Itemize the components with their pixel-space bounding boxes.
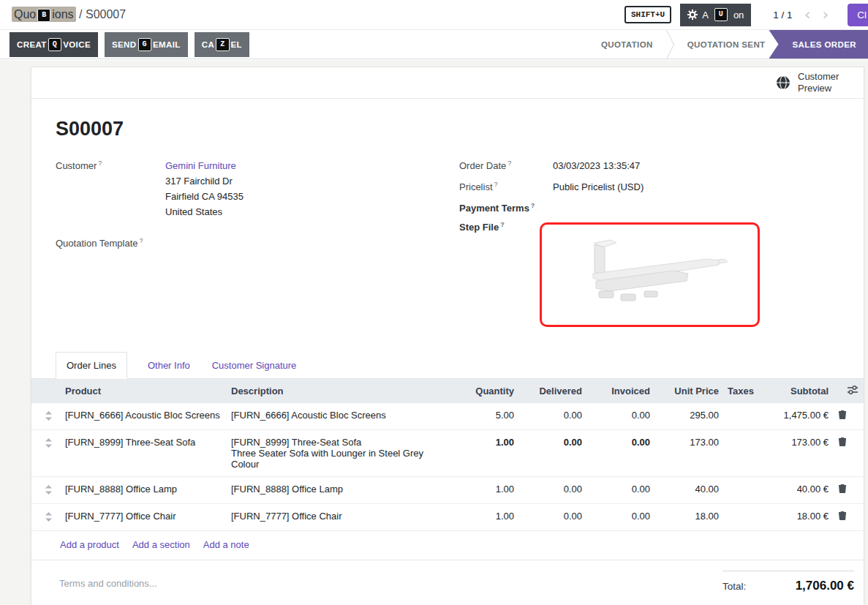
row-drag-handle[interactable] xyxy=(31,504,65,531)
payment-terms-label: Payment Terms? xyxy=(459,200,553,214)
optional-columns-button[interactable] xyxy=(833,379,864,403)
cell-invoiced[interactable]: 0.00 xyxy=(586,504,654,531)
cell-unit-price[interactable]: 295.00 xyxy=(654,403,723,430)
delete-row-button[interactable] xyxy=(833,403,852,430)
customer-address-line-3: United States xyxy=(165,204,244,219)
column-header-product: Product xyxy=(65,379,231,403)
stage-quotation-sent[interactable]: QUOTATION SENT xyxy=(674,30,779,59)
cell-unit-price[interactable]: 173.00 xyxy=(654,430,723,477)
delete-row-button[interactable] xyxy=(833,504,852,531)
cell-taxes[interactable] xyxy=(723,403,760,430)
row-drag-handle[interactable] xyxy=(31,477,65,504)
terms-and-conditions-input[interactable]: Terms and conditions... xyxy=(59,571,157,589)
cell-description[interactable]: [FURN_7777] Office Chair xyxy=(231,504,449,531)
spacer-cell xyxy=(852,430,864,477)
cancel-button[interactable]: CAZEL xyxy=(195,32,249,57)
stage-quotation[interactable]: QUOTATION xyxy=(588,30,666,59)
send-email-label-post: EMAIL xyxy=(153,40,181,49)
customer-help-icon: ? xyxy=(98,159,102,167)
cell-product[interactable]: [FURN_8999] Three-Seat Sofa xyxy=(65,430,231,477)
add-section-link[interactable]: Add a section xyxy=(132,539,190,550)
cell-delivered[interactable]: 0.00 xyxy=(518,504,586,531)
customer-link[interactable]: Gemini Furniture xyxy=(165,160,236,171)
step-file-image[interactable] xyxy=(540,222,760,327)
action-hotkey-badge: U xyxy=(714,8,728,21)
row-drag-handle[interactable] xyxy=(31,430,65,477)
cell-quantity[interactable]: 1.00 xyxy=(449,430,518,477)
field-grid: Customer? Gemini Furniture 317 Fairchild… xyxy=(56,158,839,333)
add-product-link[interactable]: Add a product xyxy=(60,539,119,550)
cell-quantity[interactable]: 1.00 xyxy=(449,477,518,504)
cell-subtotal: 40.00 € xyxy=(760,477,833,504)
create-invoice-label-post: VOICE xyxy=(63,40,91,49)
create-invoice-button[interactable]: CREATQVOICE xyxy=(10,32,98,57)
cell-description[interactable]: [FURN_8999] Three-Seat Sofa Three Seater… xyxy=(231,430,449,477)
delete-row-button[interactable] xyxy=(833,477,852,504)
send-email-label-pre: SEND xyxy=(112,40,137,49)
cell-invoiced[interactable]: 0.00 xyxy=(586,477,654,504)
row-drag-handle[interactable] xyxy=(31,403,65,430)
action-menu-button[interactable]: AUon xyxy=(680,4,751,26)
cell-taxes[interactable] xyxy=(723,430,760,477)
customer-preview-button[interactable]: Customer Preview xyxy=(776,71,845,95)
order-date-value[interactable]: 03/03/2023 13:35:47 xyxy=(553,158,640,173)
quotation-template-help-icon: ? xyxy=(140,237,143,244)
stage-divider-icon xyxy=(666,30,674,59)
cell-product[interactable]: [FURN_8888] Office Lamp xyxy=(65,477,231,504)
payment-terms-help-icon: ? xyxy=(531,202,535,209)
stage-sales-order[interactable]: SALES ORDER xyxy=(769,30,868,59)
odoo-sales-order-window: QuoBions / S00007 SHIFT+U AUon 1 / 1 ‹ ›… xyxy=(0,0,868,605)
cell-invoiced[interactable]: 0.00 xyxy=(586,430,654,477)
customer-value: Gemini Furniture 317 Fairchild Dr Fairfi… xyxy=(165,158,244,219)
spacer-cell xyxy=(852,504,864,531)
column-header-unit-price: Unit Price xyxy=(654,379,723,403)
cell-taxes[interactable] xyxy=(723,504,760,531)
breadcrumb-hotkey-badge: B xyxy=(37,9,50,22)
cell-product[interactable]: [FURN_7777] Office Chair xyxy=(65,504,231,531)
tab-order-lines[interactable]: Order Lines xyxy=(56,352,127,379)
cell-subtotal: 173.00 € xyxy=(760,430,833,477)
breadcrumb-quotations-post: ions xyxy=(52,8,73,20)
cell-quantity[interactable]: 5.00 xyxy=(449,403,518,430)
cancel-label-pre: CA xyxy=(202,40,214,49)
pricelist-value[interactable]: Public Pricelist (USD) xyxy=(553,179,644,195)
breadcrumb-quotations-link[interactable]: QuoBions xyxy=(12,7,76,22)
order-date-help-icon: ? xyxy=(507,159,511,167)
cell-description[interactable]: [FURN_6666] Acoustic Bloc Screens xyxy=(231,403,449,430)
total-value: 1,706.00 € xyxy=(796,579,854,593)
cell-delivered[interactable]: 0.00 xyxy=(518,477,586,504)
breadcrumb-record-name: S00007 xyxy=(86,8,126,20)
cell-product[interactable]: [FURN_6666] Acoustic Bloc Screens xyxy=(65,403,231,430)
shortcut-overlay-badge: SHIFT+U xyxy=(624,6,671,23)
status-bar: QUOTATION QUOTATION SENT SALES ORDER xyxy=(588,30,868,59)
cell-delivered[interactable]: 0.00 xyxy=(518,430,586,477)
table-header-row: Product Description Quantity Delivered I… xyxy=(31,379,864,403)
cell-description[interactable]: [FURN_8888] Office Lamp xyxy=(231,477,449,504)
sheet-lower-area: Terms and conditions... Total: 1,706.00 … xyxy=(31,560,864,605)
close-button[interactable]: Cl xyxy=(848,4,868,26)
delete-row-button[interactable] xyxy=(833,430,852,477)
cell-taxes[interactable] xyxy=(723,477,760,504)
page-title: S00007 xyxy=(56,118,839,140)
record-pager: 1 / 1 ‹ › xyxy=(769,7,833,23)
cell-unit-price[interactable]: 18.00 xyxy=(654,504,723,531)
send-email-button[interactable]: SENDGEMAIL xyxy=(105,32,188,57)
pager-previous-button[interactable]: ‹ xyxy=(800,7,815,23)
field-customer: Customer? Gemini Furniture 317 Fairchild… xyxy=(56,158,459,219)
cell-unit-price[interactable]: 40.00 xyxy=(654,477,723,504)
column-header-delivered: Delivered xyxy=(518,379,586,403)
pager-next-button[interactable]: › xyxy=(818,7,833,23)
action-label-post: on xyxy=(733,10,744,20)
spacer xyxy=(56,225,459,236)
order-line-row: [FURN_8888] Office Lamp [FURN_8888] Offi… xyxy=(31,477,864,504)
field-group-right: Order Date? 03/03/2023 13:35:47 Pricelis… xyxy=(459,158,839,333)
cell-quantity[interactable]: 1.00 xyxy=(449,504,518,531)
tab-customer-signature[interactable]: Customer Signature xyxy=(211,353,298,378)
cell-delivered[interactable]: 0.00 xyxy=(518,403,586,430)
sheet-top-strip: Customer Preview xyxy=(31,67,864,99)
add-note-link[interactable]: Add a note xyxy=(203,539,249,550)
column-header-description: Description xyxy=(231,379,449,403)
spacer-cell xyxy=(852,477,864,504)
cell-invoiced[interactable]: 0.00 xyxy=(586,403,654,430)
tab-other-info[interactable]: Other Info xyxy=(146,353,192,378)
